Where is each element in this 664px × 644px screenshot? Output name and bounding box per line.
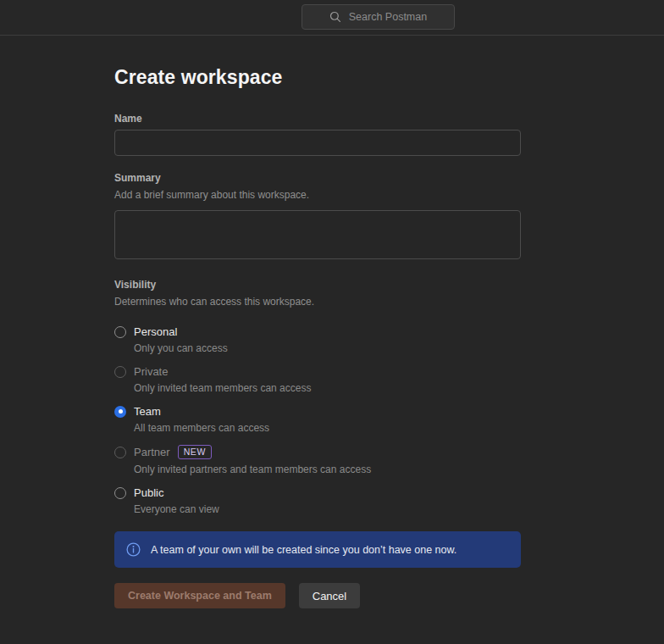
cancel-button[interactable]: Cancel [299,583,360,608]
radio-description: Only you can access [114,338,521,357]
radio-description: Only invited partners and team members c… [114,459,521,478]
radio-label: Partner [134,446,170,458]
search-icon [329,11,341,23]
radio-label: Team [134,405,161,418]
radio-description: Everyone can view [114,499,521,518]
create-workspace-and-team-button[interactable]: Create Workspace and Team [114,583,285,608]
summary-field-group: Summary Add a brief summary about this w… [114,172,521,259]
visibility-help-text: Determines who can access this workspace… [114,296,521,308]
top-bar: Search Postman [0,0,664,36]
visibility-option-partner[interactable]: Partner NEW Only invited partners and te… [114,436,521,478]
page-title: Create workspace [114,66,521,89]
summary-label: Summary [114,172,521,184]
name-field-group: Name [114,113,521,156]
name-label: Name [114,113,521,125]
radio-description: All team members can access [114,418,521,436]
summary-help-text: Add a brief summary about this workspace… [114,189,521,201]
create-workspace-page: Create workspace Name Summary Add a brie… [0,36,521,608]
name-input[interactable] [114,130,521,156]
visibility-field-group: Visibility Determines who can access thi… [114,279,521,518]
radio-label: Public [134,486,163,499]
visibility-label: Visibility [114,279,521,291]
new-badge: NEW [178,445,212,459]
radio-unselected-icon[interactable] [114,366,126,378]
visibility-option-public[interactable]: Public Everyone can view [114,478,521,518]
summary-textarea[interactable] [114,210,521,259]
radio-description: Only invited team members can access [114,378,521,397]
radio-label: Private [134,365,168,378]
form-actions: Create Workspace and Team Cancel [114,583,521,608]
team-info-banner: A team of your own will be created since… [114,531,521,568]
radio-unselected-icon[interactable] [114,326,126,338]
visibility-option-private[interactable]: Private Only invited team members can ac… [114,357,521,397]
search-input[interactable]: Search Postman [302,4,455,30]
visibility-option-personal[interactable]: Personal Only you can access [114,317,521,357]
search-placeholder: Search Postman [349,11,427,23]
radio-unselected-icon[interactable] [114,487,126,499]
radio-selected-icon[interactable] [114,406,126,418]
banner-text: A team of your own will be created since… [151,544,456,556]
radio-label: Personal [134,325,177,338]
info-icon [126,542,141,557]
visibility-option-team[interactable]: Team All team members can access [114,397,521,436]
radio-unselected-icon[interactable] [114,447,126,458]
